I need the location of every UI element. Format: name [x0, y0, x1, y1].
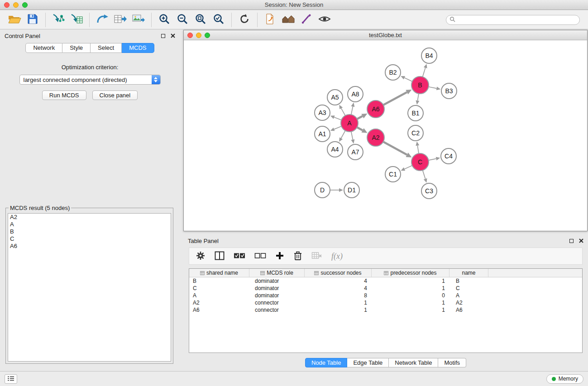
graph-edge-A-A8[interactable]	[351, 106, 353, 114]
export-image-button[interactable]	[129, 12, 148, 28]
network-maximize-button[interactable]	[205, 33, 210, 38]
cell-successor-nodes[interactable]: 1	[305, 299, 372, 306]
table-row[interactable]: Adominator80A	[189, 292, 582, 299]
refresh-layout-button[interactable]	[235, 12, 253, 28]
cell-shared-name[interactable]: A	[189, 292, 249, 299]
cell-name[interactable]: A6	[449, 306, 488, 314]
mcds-result-item[interactable]: A2	[8, 214, 171, 221]
network-minimize-button[interactable]	[196, 33, 201, 38]
cell-successor-nodes[interactable]: 4	[305, 277, 372, 285]
network-canvas[interactable]: B4B2BB3A5A8A6B1A3AC2A1A2A4A7C4CC1C3DD1	[184, 41, 587, 231]
graph-edge-C-C3[interactable]	[423, 170, 425, 179]
column-header-name[interactable]: name	[449, 269, 488, 277]
tab-motifs[interactable]: Motifs	[438, 358, 466, 367]
graph-edge-A-A4[interactable]	[341, 131, 345, 138]
float-panel-icon[interactable]	[569, 239, 574, 243]
search-field[interactable]	[446, 15, 580, 25]
cell-name[interactable]: B	[449, 277, 488, 285]
mcds-result-item[interactable]: A	[8, 221, 171, 228]
network-window-titlebar[interactable]: testGlobe.txt	[184, 30, 587, 40]
table-row[interactable]: A2connector11A2	[189, 299, 582, 306]
zoom-selected-button[interactable]	[210, 12, 228, 28]
cell-predecessor-nodes[interactable]: 1	[372, 277, 449, 285]
tab-edge-table[interactable]: Edge Table	[347, 358, 389, 367]
graph-edge-A-A1[interactable]	[334, 126, 341, 129]
mcds-result-list[interactable]: A2ABCA6	[8, 213, 171, 362]
maximize-window-button[interactable]	[22, 2, 28, 8]
cell-shared-name[interactable]: A6	[189, 306, 249, 314]
cell-name[interactable]: C	[449, 285, 488, 292]
tab-mcds[interactable]: MCDS	[122, 43, 154, 53]
task-history-button[interactable]	[5, 374, 17, 384]
graph-edge-A-A7[interactable]	[351, 132, 353, 140]
add-column-button[interactable]	[275, 250, 284, 262]
tab-network-table[interactable]: Network Table	[389, 358, 438, 367]
table-row[interactable]: Bdominator41B	[189, 277, 582, 285]
mcds-result-item[interactable]: A6	[8, 243, 171, 250]
tab-style[interactable]: Style	[62, 43, 91, 53]
cell-predecessor-nodes[interactable]: 1	[372, 306, 449, 314]
neighbors-button[interactable]	[279, 12, 297, 28]
graph-edge-C-C1[interactable]	[405, 166, 412, 169]
graph-edge-A2-C[interactable]	[383, 142, 407, 155]
cell-predecessor-nodes[interactable]: 1	[372, 285, 449, 292]
function-builder-button[interactable]: f(x)	[331, 250, 343, 262]
graph-edge-B-B2[interactable]	[404, 78, 412, 81]
select-all-button[interactable]	[234, 250, 245, 262]
deselect-all-button[interactable]	[254, 250, 266, 262]
zoom-fit-button[interactable]	[191, 12, 210, 28]
cell-shared-name[interactable]: A2	[189, 299, 249, 306]
graph-edge-C-C4[interactable]	[429, 159, 436, 161]
mcds-result-item[interactable]: B	[8, 228, 171, 235]
criterion-dropdown[interactable]: largest connected component (directed)	[19, 75, 161, 85]
graph-edge-B-B3[interactable]	[429, 87, 437, 89]
column-header-successor-nodes[interactable]: successor nodes	[305, 269, 372, 277]
open-session-button[interactable]	[5, 12, 24, 28]
delete-button[interactable]	[293, 250, 302, 262]
dropdown-stepper-icon[interactable]	[152, 75, 160, 84]
graph-edge-B-B4[interactable]	[423, 68, 425, 77]
cell-MCDS-role[interactable]: connector	[249, 299, 305, 306]
cell-MCDS-role[interactable]: connector	[249, 306, 305, 314]
cell-successor-nodes[interactable]: 8	[305, 292, 372, 299]
import-network-button[interactable]	[49, 12, 67, 28]
column-header-shared-name[interactable]: shared name	[189, 269, 249, 277]
close-panel-icon[interactable]	[579, 238, 583, 244]
table-row[interactable]: Cdominator41C	[189, 285, 582, 292]
close-panel-button[interactable]: Close panel	[92, 91, 138, 100]
cell-MCDS-role[interactable]: dominator	[249, 292, 305, 299]
export-table-button[interactable]	[111, 12, 129, 28]
delete-table-button[interactable]	[311, 250, 322, 262]
graph-edge-A-A3[interactable]	[334, 117, 341, 120]
cell-name[interactable]: A	[449, 292, 488, 299]
page-arrow-button[interactable]	[261, 12, 279, 28]
zoom-in-button[interactable]	[155, 12, 173, 28]
tab-node-table[interactable]: Node Table	[305, 358, 348, 367]
minimize-window-button[interactable]	[13, 2, 19, 8]
column-header-predecessor-nodes[interactable]: predecessor nodes	[372, 269, 449, 277]
show-columns-button[interactable]	[215, 250, 225, 262]
zoom-out-button[interactable]	[173, 12, 191, 28]
column-header-MCDS-role[interactable]: MCDS role	[249, 269, 305, 277]
graph-edge-A-A6[interactable]	[357, 116, 363, 119]
cell-predecessor-nodes[interactable]: 0	[372, 292, 449, 299]
tab-network[interactable]: Network	[25, 43, 62, 53]
cell-successor-nodes[interactable]: 1	[305, 306, 372, 314]
table-row[interactable]: A6connector11A6	[189, 306, 582, 314]
float-panel-icon[interactable]	[161, 34, 165, 38]
run-mcds-button[interactable]: Run MCDS	[42, 91, 86, 100]
memory-button[interactable]: Memory	[546, 374, 583, 384]
search-input[interactable]	[457, 16, 579, 24]
cell-successor-nodes[interactable]: 4	[305, 285, 372, 292]
graph-edge-C-C2[interactable]	[417, 146, 419, 154]
cell-MCDS-role[interactable]: dominator	[249, 277, 305, 285]
annotation-button[interactable]	[297, 12, 316, 28]
graph-edge-A-A5[interactable]	[341, 108, 345, 115]
network-close-button[interactable]	[187, 33, 193, 38]
graph-edge-B-B1[interactable]	[417, 94, 419, 101]
cell-name[interactable]: A2	[449, 299, 488, 306]
mcds-result-item[interactable]: C	[8, 235, 171, 243]
table-settings-button[interactable]	[196, 250, 206, 262]
close-panel-icon[interactable]	[171, 33, 175, 39]
close-window-button[interactable]	[4, 2, 10, 8]
